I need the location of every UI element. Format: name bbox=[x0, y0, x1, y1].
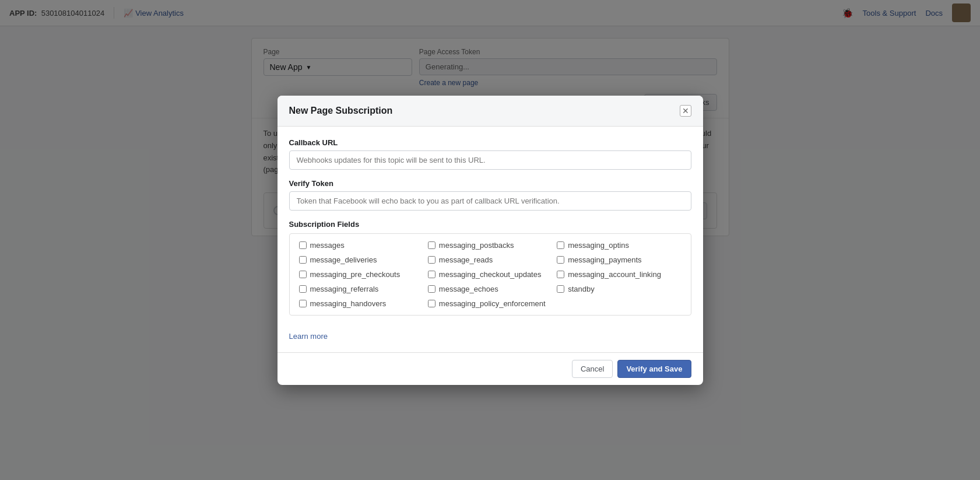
learn-more-link[interactable]: Learn more bbox=[289, 332, 328, 341]
checkbox-messaging_optins[interactable] bbox=[557, 241, 564, 249]
checkbox-messaging_pre_checkouts[interactable] bbox=[299, 271, 307, 278]
callback-url-input[interactable] bbox=[289, 150, 691, 170]
modal-header: New Page Subscription ✕ bbox=[278, 96, 703, 127]
field-checkbox-messaging_payments[interactable]: messaging_payments bbox=[557, 255, 681, 264]
field-label-message_deliveries: message_deliveries bbox=[310, 255, 377, 264]
field-checkbox-messaging_account_linking[interactable]: messaging_account_linking bbox=[557, 270, 681, 279]
checkbox-messaging_referrals[interactable] bbox=[299, 285, 307, 293]
checkbox-message_deliveries[interactable] bbox=[299, 256, 307, 264]
checkbox-messaging_payments[interactable] bbox=[557, 256, 564, 264]
modal-footer: Cancel Verify and Save bbox=[278, 352, 703, 385]
fields-grid: messagesmessaging_postbacksmessaging_opt… bbox=[299, 241, 682, 308]
checkbox-standby[interactable] bbox=[557, 285, 564, 293]
field-label-messages: messages bbox=[310, 241, 345, 250]
field-checkbox-message_echoes[interactable]: message_echoes bbox=[428, 285, 552, 293]
modal-close-button[interactable]: ✕ bbox=[680, 105, 691, 117]
field-checkbox-messaging_policy_enforcement[interactable]: messaging_policy_enforcement bbox=[428, 299, 552, 308]
modal-body: Callback URL Verify Token Subscription F… bbox=[278, 127, 703, 352]
field-label-messaging_checkout_updates: messaging_checkout_updates bbox=[439, 270, 542, 279]
field-label-messaging_policy_enforcement: messaging_policy_enforcement bbox=[439, 299, 546, 308]
cancel-button[interactable]: Cancel bbox=[572, 360, 613, 378]
field-label-message_echoes: message_echoes bbox=[439, 285, 498, 293]
field-label-standby: standby bbox=[568, 285, 595, 293]
checkbox-messaging_account_linking[interactable] bbox=[557, 271, 564, 278]
subscription-fields-group: Subscription Fields messagesmessaging_po… bbox=[289, 220, 691, 316]
checkbox-message_echoes[interactable] bbox=[428, 285, 435, 293]
checkbox-messaging_handovers[interactable] bbox=[299, 300, 307, 307]
field-checkbox-messaging_pre_checkouts[interactable]: messaging_pre_checkouts bbox=[299, 270, 423, 279]
field-checkbox-message_reads[interactable]: message_reads bbox=[428, 255, 552, 264]
checkbox-message_reads[interactable] bbox=[428, 256, 435, 264]
checkbox-messaging_checkout_updates[interactable] bbox=[428, 271, 435, 278]
field-checkbox-messaging_postbacks[interactable]: messaging_postbacks bbox=[428, 241, 552, 250]
field-label-messaging_referrals: messaging_referrals bbox=[310, 285, 379, 293]
checkbox-messages[interactable] bbox=[299, 241, 307, 249]
field-label-messaging_pre_checkouts: messaging_pre_checkouts bbox=[310, 270, 401, 279]
subscription-fields-label: Subscription Fields bbox=[289, 220, 691, 229]
field-label-messaging_postbacks: messaging_postbacks bbox=[439, 241, 514, 250]
field-checkbox-standby[interactable]: standby bbox=[557, 285, 681, 293]
checkbox-messaging_postbacks[interactable] bbox=[428, 241, 435, 249]
field-checkbox-messages[interactable]: messages bbox=[299, 241, 423, 250]
verify-and-save-button[interactable]: Verify and Save bbox=[617, 360, 691, 378]
modal-title: New Page Subscription bbox=[289, 106, 393, 116]
verify-token-group: Verify Token bbox=[289, 179, 691, 211]
field-checkbox-message_deliveries[interactable]: message_deliveries bbox=[299, 255, 423, 264]
field-checkbox-messaging_optins[interactable]: messaging_optins bbox=[557, 241, 681, 250]
field-checkbox-messaging_handovers[interactable]: messaging_handovers bbox=[299, 299, 423, 308]
field-label-messaging_handovers: messaging_handovers bbox=[310, 299, 387, 308]
callback-url-label: Callback URL bbox=[289, 138, 691, 147]
new-page-subscription-modal: New Page Subscription ✕ Callback URL Ver… bbox=[278, 96, 703, 385]
field-label-messaging_payments: messaging_payments bbox=[568, 255, 641, 264]
field-label-message_reads: message_reads bbox=[439, 255, 493, 264]
verify-token-input[interactable] bbox=[289, 191, 691, 211]
fields-container: messagesmessaging_postbacksmessaging_opt… bbox=[289, 233, 691, 316]
field-checkbox-messaging_checkout_updates[interactable]: messaging_checkout_updates bbox=[428, 270, 552, 279]
verify-token-label: Verify Token bbox=[289, 179, 691, 188]
field-label-messaging_account_linking: messaging_account_linking bbox=[568, 270, 661, 279]
field-checkbox-messaging_referrals[interactable]: messaging_referrals bbox=[299, 285, 423, 293]
checkbox-messaging_policy_enforcement[interactable] bbox=[428, 300, 435, 307]
callback-url-group: Callback URL bbox=[289, 138, 691, 170]
field-label-messaging_optins: messaging_optins bbox=[568, 241, 629, 250]
